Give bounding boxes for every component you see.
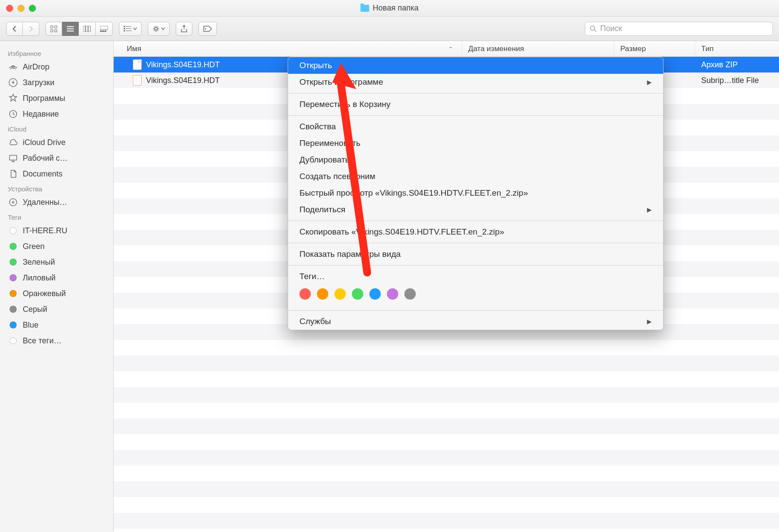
context-menu: ОткрытьОткрыть в программе▶Переместить в…	[288, 57, 664, 330]
sidebar-item-label: Green	[23, 242, 45, 251]
svg-point-20	[155, 28, 157, 30]
content-area: Имя ⌃ Дата изменения Размер Тип Vikings.…	[114, 41, 779, 532]
context-menu-item[interactable]: Службы▶	[288, 313, 663, 330]
context-menu-item[interactable]: Скопировать «Vikings.S04E19.HDTV.FLEET.e…	[288, 224, 663, 240]
column-type[interactable]: Тип	[695, 41, 779, 56]
tag-icon	[8, 304, 18, 314]
tags-button[interactable]	[198, 22, 217, 36]
sidebar-item[interactable]: Documents	[0, 166, 113, 182]
sidebar-item[interactable]: Удаленны…	[0, 194, 113, 210]
finder-window: Новая папка	[0, 0, 779, 532]
svg-rect-11	[100, 31, 102, 32]
sidebar-item[interactable]: Green	[0, 238, 113, 254]
context-menu-item[interactable]: Быстрый просмотр «Vikings.S04E19.HDTV.FL…	[288, 185, 663, 201]
action-button[interactable]	[148, 22, 170, 36]
sidebar-item[interactable]: Программы	[0, 90, 113, 106]
svg-line-23	[595, 30, 597, 32]
column-name[interactable]: Имя ⌃	[114, 41, 462, 56]
sidebar-item-label: Программы	[23, 94, 65, 103]
sidebar: ИзбранноеAirDropЗагрузкиПрограммыНедавни…	[0, 41, 114, 532]
context-menu-tag-color[interactable]	[299, 288, 311, 300]
context-menu-tag-color[interactable]	[387, 288, 398, 300]
icon-view-button[interactable]	[45, 22, 62, 36]
back-button[interactable]	[6, 22, 23, 36]
column-size[interactable]: Размер	[614, 41, 695, 56]
context-menu-tag-color[interactable]	[404, 288, 416, 300]
context-menu-item[interactable]: Свойства	[288, 118, 663, 135]
search-icon	[590, 25, 597, 32]
share-icon	[181, 25, 187, 33]
folder-icon	[361, 5, 369, 12]
svg-point-22	[591, 26, 595, 30]
sidebar-item[interactable]: Зеленый	[0, 254, 113, 270]
disc-icon	[8, 197, 18, 207]
context-menu-tag-color[interactable]	[317, 288, 328, 300]
search-placeholder: Поиск	[600, 24, 622, 33]
zoom-window-button[interactable]	[29, 5, 36, 12]
sidebar-item[interactable]: IT-HERE.RU	[0, 223, 113, 238]
context-menu-item[interactable]: Дублировать	[288, 152, 663, 168]
chevron-down-icon	[161, 28, 165, 30]
sidebar-item-label: IT-HERE.RU	[23, 226, 67, 235]
column-view-button[interactable]	[79, 22, 96, 36]
documents-icon	[8, 169, 18, 179]
column-date[interactable]: Дата изменения	[462, 41, 614, 56]
sidebar-item-label: Лиловый	[23, 273, 56, 283]
gallery-view-button[interactable]	[96, 22, 113, 36]
tags-button-group	[198, 22, 217, 36]
svg-rect-16	[124, 28, 125, 29]
sidebar-item-label: Blue	[23, 321, 38, 330]
context-menu-tag-color[interactable]	[334, 288, 346, 300]
svg-rect-9	[88, 26, 90, 32]
sidebar-item[interactable]: Загрузки	[0, 75, 113, 90]
sidebar-item[interactable]: AirDrop	[0, 59, 113, 75]
sidebar-item[interactable]: Рабочий с…	[0, 150, 113, 166]
context-menu-separator	[288, 310, 663, 311]
view-buttons	[45, 22, 113, 36]
svg-point-29	[12, 201, 14, 203]
context-menu-item[interactable]: Создать псевдоним	[288, 168, 663, 185]
close-window-button[interactable]	[6, 5, 13, 12]
sidebar-item[interactable]: Оранжевый	[0, 286, 113, 301]
context-menu-item[interactable]: Показать параметры вида	[288, 246, 663, 263]
file-icon	[133, 59, 142, 70]
icloud-icon	[8, 137, 18, 148]
context-menu-item[interactable]: Переместить в Корзину	[288, 96, 663, 113]
gear-icon	[153, 25, 160, 32]
sidebar-heading: iCloud	[0, 122, 113, 135]
file-name: Vikings.S04E19.HDT	[146, 60, 220, 69]
context-menu-item[interactable]: Открыть в программе▶	[288, 74, 663, 90]
file-rows: Vikings.S04E19.HDT14 КБАрхив ZIPVikings.…	[114, 57, 779, 532]
svg-rect-0	[51, 26, 53, 28]
sidebar-item[interactable]: Серый	[0, 301, 113, 317]
sidebar-item[interactable]: Все теги…	[0, 333, 113, 349]
sidebar-item-label: Недавние	[23, 110, 59, 119]
sidebar-item[interactable]: Blue	[0, 317, 113, 333]
forward-button[interactable]	[23, 22, 39, 36]
group-by-button[interactable]	[119, 22, 142, 36]
svg-point-28	[10, 199, 17, 206]
context-menu-item[interactable]: Поделиться▶	[288, 201, 663, 218]
sidebar-item[interactable]: Недавние	[0, 106, 113, 122]
sidebar-item-label: Удаленны…	[23, 198, 67, 207]
search-field[interactable]: Поиск	[585, 22, 773, 36]
context-menu-item[interactable]: Открыть	[288, 57, 663, 74]
airdrop-icon	[8, 62, 18, 72]
context-menu-item[interactable]: Теги…	[288, 268, 663, 285]
nav-buttons	[6, 22, 39, 36]
context-menu-tag-color[interactable]	[352, 288, 363, 300]
sort-indicator-icon: ⌃	[449, 46, 453, 52]
list-view-button[interactable]	[62, 22, 79, 36]
sidebar-item-label: iCloud Drive	[23, 138, 66, 147]
window-controls	[0, 5, 36, 12]
minimize-window-button[interactable]	[17, 5, 24, 12]
context-menu-item[interactable]: Переименовать	[288, 135, 663, 152]
context-menu-tag-color[interactable]	[369, 288, 381, 300]
share-button[interactable]	[176, 22, 192, 36]
svg-rect-10	[100, 26, 108, 30]
svg-rect-8	[86, 26, 88, 32]
chevron-down-icon	[133, 28, 137, 30]
svg-point-24	[12, 66, 14, 68]
sidebar-item[interactable]: Лиловый	[0, 270, 113, 286]
sidebar-item[interactable]: iCloud Drive	[0, 135, 113, 150]
